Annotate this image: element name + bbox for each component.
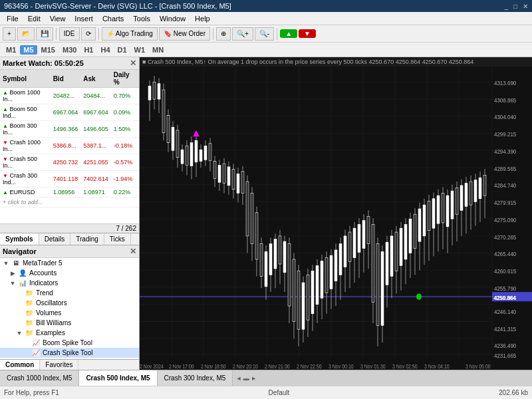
market-watch-title: Market Watch: 05:50:25 <box>3 59 84 67</box>
nav-item-icon: 📈 <box>31 339 41 346</box>
navigator: Navigator ✕ ▼ 🖥 MetaTrader 5 ▶ 👤 Account… <box>0 245 139 359</box>
market-watch-row[interactable]: ▲ EURUSD 1.08956 1.08971 0.22% <box>0 188 139 198</box>
period-btn-h1[interactable]: H1 <box>80 45 96 55</box>
period-btn-m15[interactable]: M15 <box>38 45 59 55</box>
panel-tab-symbols[interactable]: Symbols <box>0 233 39 245</box>
svg-text:2 Nov 18:50: 2 Nov 18:50 <box>201 363 226 370</box>
svg-rect-136 <box>386 242 388 285</box>
svg-rect-43 <box>172 127 174 150</box>
crosshair-button[interactable]: ⊕ <box>216 27 231 41</box>
panel-tab-details[interactable]: Details <box>39 233 71 245</box>
market-watch-add-row[interactable]: + click to add... <box>0 198 139 207</box>
svg-rect-51 <box>190 143 193 166</box>
period-btn-d1[interactable]: D1 <box>114 45 130 55</box>
bottom-panel-tab-common[interactable]: Common <box>0 360 40 370</box>
navigator-title: Navigator <box>3 247 37 255</box>
mw-ask: 1496.605 <box>80 121 111 138</box>
navigator-close[interactable]: ✕ <box>130 247 136 256</box>
market-watch-row[interactable]: ▲ Boom 1000 In... 20482... 20484... 0.70… <box>0 88 139 104</box>
refresh-button[interactable]: ⟳ <box>81 27 96 41</box>
market-watch-row[interactable]: ▼ Crash 500 In... 4250.732 4251.055 -0.5… <box>0 154 139 171</box>
zoom-in-button[interactable]: 🔍+ <box>232 27 253 41</box>
nav-item-label: Indicators <box>29 279 58 287</box>
title-bar-text: 963456 - DerivSVG-Server - Deriv (SVG) L… <box>4 2 231 10</box>
nav-item-accounts[interactable]: ▶ 👤 Accounts <box>0 268 139 278</box>
new-order-button[interactable]: 🔖 New Order <box>159 27 210 41</box>
navigator-header: Navigator ✕ <box>0 245 139 258</box>
svg-rect-78 <box>251 194 253 244</box>
period-btn-w1[interactable]: W1 <box>131 45 149 55</box>
chart-tab-crash-1000-index-m5[interactable]: Crash 1000 Index, M5 <box>0 370 79 386</box>
period-btn-m30[interactable]: M30 <box>59 45 80 55</box>
menu-item-help[interactable]: Help <box>191 14 214 23</box>
nav-item-icon: 📁 <box>25 299 34 307</box>
market-watch-row[interactable]: ▼ Crash 300 Ind... 7401.118 7402.614 -1.… <box>0 171 139 188</box>
nav-item-examples[interactable]: ▼ 📁 Examples <box>0 328 139 338</box>
svg-rect-92 <box>283 241 286 273</box>
chart-tab-crash-500-index-m5[interactable]: Crash 500 Index, M5 <box>79 370 157 386</box>
open-button[interactable]: 📂 <box>17 27 35 41</box>
panel-tab-trading[interactable]: Trading <box>70 233 104 245</box>
menu-item-edit[interactable]: Edit <box>24 14 45 23</box>
new-chart-button[interactable]: + <box>3 27 16 41</box>
panel-tab-ticks[interactable]: Ticks <box>104 233 131 245</box>
chart-tab-crash-300-index-m5[interactable]: Crash 300 Index, M5 <box>158 370 233 386</box>
nav-item-volumes[interactable]: 📁 Volumes <box>0 308 139 318</box>
algo-trading-button[interactable]: ⚡ Algo Trading <box>102 27 158 41</box>
bottom-panel-tab-favorites[interactable]: Favorites <box>40 360 78 370</box>
nav-item-oscillators[interactable]: 📁 Oscillators <box>0 298 139 308</box>
save-button[interactable]: 💾 <box>36 27 53 41</box>
svg-rect-106 <box>316 265 319 304</box>
nav-item-icon: 📁 <box>25 319 34 327</box>
scroll-area[interactable]: ◄ ▬ ► <box>233 375 259 382</box>
nav-item-label: Crash Spike Tool <box>43 349 92 356</box>
menu-item-charts[interactable]: Charts <box>98 14 128 23</box>
menu-item-view[interactable]: View <box>46 14 70 23</box>
svg-rect-126 <box>362 221 365 249</box>
svg-rect-100 <box>302 283 305 329</box>
svg-text:2 Nov 22:50: 2 Nov 22:50 <box>297 363 322 370</box>
title-bar-controls[interactable]: _ □ ✕ <box>504 3 528 10</box>
zoom-out-button[interactable]: 🔍- <box>255 27 274 41</box>
svg-rect-86 <box>269 244 272 275</box>
svg-rect-140 <box>395 232 398 271</box>
svg-text:2 Nov 17:00: 2 Nov 17:00 <box>169 363 194 370</box>
svg-rect-102 <box>307 275 309 320</box>
svg-text:4265.440: 4265.440 <box>494 251 516 258</box>
svg-text:4299.215: 4299.215 <box>494 131 516 138</box>
market-watch-close[interactable]: ✕ <box>130 59 136 68</box>
svg-rect-35 <box>153 82 156 99</box>
nav-item-indicators[interactable]: ▼ 📊 Indicators <box>0 278 139 288</box>
market-watch-scroll[interactable]: Symbol Bid Ask Daily % ▲ Boom 1000 In...… <box>0 70 139 223</box>
nav-item-trend[interactable]: 📁 Trend <box>0 288 139 298</box>
period-btn-m5[interactable]: M5 <box>20 45 37 55</box>
svg-rect-57 <box>204 146 207 160</box>
menu-item-window[interactable]: Window <box>156 14 190 23</box>
menu-item-file[interactable]: File <box>3 14 23 23</box>
col-bid: Bid <box>51 70 81 88</box>
svg-text:3 Nov 05:00: 3 Nov 05:00 <box>466 363 491 370</box>
period-btn-m1[interactable]: M1 <box>3 45 19 55</box>
menu-item-insert[interactable]: Insert <box>70 14 97 23</box>
period-btn-mn[interactable]: MN <box>149 45 167 55</box>
close-button[interactable]: ✕ <box>523 3 528 10</box>
nav-item-bill-williams[interactable]: 📁 Bill Williams <box>0 318 139 328</box>
menu-item-tools[interactable]: Tools <box>129 14 154 23</box>
market-watch-row[interactable]: ▲ Boom 300 In... 1496.366 1496.605 1.50% <box>0 121 139 138</box>
svg-rect-33 <box>148 86 151 100</box>
period-btn-h4[interactable]: H4 <box>97 45 113 55</box>
svg-rect-88 <box>274 239 277 269</box>
navigator-scroll[interactable]: ▼ 🖥 MetaTrader 5 ▶ 👤 Accounts ▼ 📊 Indica… <box>0 258 139 359</box>
market-watch-row[interactable]: ▼ Crash 1000 In... 5386.8... 5387.1... -… <box>0 138 139 154</box>
nav-item-metatrader-5[interactable]: ▼ 🖥 MetaTrader 5 <box>0 258 139 268</box>
svg-text:4279.915: 4279.915 <box>494 200 516 207</box>
market-watch-row[interactable]: ▲ Boom 500 Ind... 6967.064 6967.604 0.09… <box>0 104 139 121</box>
nav-item-crash-spike-tool[interactable]: 📈 Crash Spike Tool <box>0 348 139 358</box>
connection-speed: 202.66 kb <box>499 389 528 396</box>
minimize-button[interactable]: _ <box>504 3 508 10</box>
mw-ask: 1.08971 <box>80 188 111 198</box>
ide-button[interactable]: IDE <box>59 27 80 41</box>
chart-canvas[interactable]: 4250.864 <box>140 66 532 370</box>
maximize-button[interactable]: □ <box>513 3 517 10</box>
nav-item-boom-spike-tool[interactable]: 📈 Boom Spike Tool <box>0 338 139 348</box>
